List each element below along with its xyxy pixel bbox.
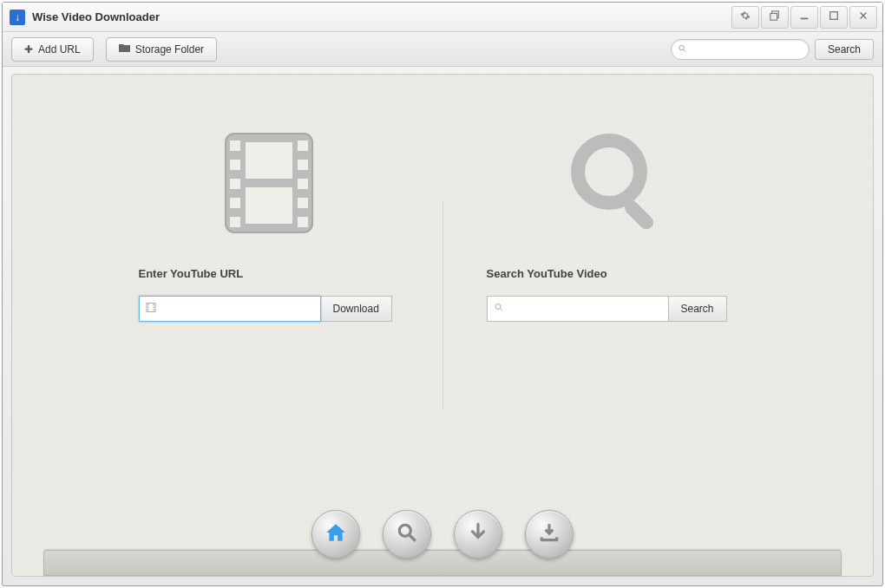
svg-rect-24 bbox=[153, 307, 154, 309]
toolbar: ✚ Add URL Storage Folder Search bbox=[3, 32, 882, 67]
maximize-icon bbox=[829, 10, 839, 23]
svg-rect-7 bbox=[246, 142, 292, 179]
film-icon bbox=[213, 127, 325, 243]
svg-rect-17 bbox=[298, 198, 308, 208]
app-window: Wise Video Downloader bbox=[2, 2, 883, 586]
search-icon bbox=[494, 303, 504, 316]
dock-home-button[interactable] bbox=[311, 510, 360, 559]
svg-rect-18 bbox=[298, 217, 308, 227]
svg-rect-16 bbox=[298, 179, 308, 189]
svg-rect-10 bbox=[230, 160, 240, 170]
svg-rect-8 bbox=[246, 187, 292, 224]
maximize-button[interactable] bbox=[820, 6, 848, 29]
svg-rect-11 bbox=[230, 179, 240, 189]
toolbar-search-input[interactable] bbox=[671, 39, 810, 60]
svg-rect-22 bbox=[148, 310, 149, 311]
download-tray-icon bbox=[538, 521, 560, 547]
film-small-icon bbox=[146, 303, 156, 316]
svg-rect-14 bbox=[298, 140, 308, 151]
gear-icon bbox=[740, 10, 751, 23]
svg-rect-21 bbox=[148, 307, 149, 309]
svg-point-4 bbox=[679, 45, 685, 50]
svg-rect-2 bbox=[801, 18, 809, 20]
svg-rect-15 bbox=[298, 160, 308, 170]
svg-rect-12 bbox=[230, 198, 240, 208]
arrow-down-icon bbox=[467, 521, 489, 547]
close-button[interactable] bbox=[849, 6, 877, 29]
magnifier-icon bbox=[560, 127, 673, 243]
add-url-button[interactable]: ✚ Add URL bbox=[11, 37, 94, 62]
svg-rect-23 bbox=[153, 304, 154, 306]
dock-download-button[interactable] bbox=[454, 510, 502, 559]
toolbar-search-button[interactable]: Search bbox=[815, 39, 874, 60]
video-search-input[interactable] bbox=[487, 296, 669, 322]
close-icon bbox=[858, 10, 869, 23]
search-panel: Search YouTube Video Search bbox=[443, 127, 790, 322]
content-area: Enter YouTube URL Download bbox=[11, 74, 874, 577]
svg-point-26 bbox=[578, 140, 640, 203]
minimize-button[interactable] bbox=[790, 6, 818, 29]
restore-icon bbox=[770, 10, 780, 23]
url-input[interactable] bbox=[139, 296, 321, 322]
svg-rect-25 bbox=[153, 310, 154, 311]
svg-rect-20 bbox=[148, 304, 149, 306]
svg-point-29 bbox=[399, 525, 410, 536]
search-icon bbox=[678, 43, 687, 55]
svg-rect-27 bbox=[621, 198, 656, 232]
url-panel: Enter YouTube URL Download bbox=[95, 127, 442, 322]
dock-save-button[interactable] bbox=[525, 510, 574, 559]
folder-icon bbox=[119, 43, 130, 56]
app-icon bbox=[10, 10, 25, 25]
restore-button[interactable] bbox=[761, 6, 789, 29]
dock bbox=[43, 524, 842, 576]
svg-rect-3 bbox=[830, 12, 838, 20]
settings-button[interactable] bbox=[731, 6, 759, 29]
video-search-button[interactable]: Search bbox=[668, 296, 727, 322]
storage-folder-button[interactable]: Storage Folder bbox=[106, 37, 217, 62]
toolbar-search: Search bbox=[671, 39, 874, 60]
svg-point-28 bbox=[495, 304, 501, 310]
home-icon bbox=[324, 521, 347, 547]
svg-rect-9 bbox=[230, 140, 240, 151]
search-panel-label: Search YouTube Video bbox=[487, 267, 607, 280]
panels: Enter YouTube URL Download bbox=[12, 75, 873, 576]
dock-search-button[interactable] bbox=[383, 510, 431, 559]
titlebar: Wise Video Downloader bbox=[3, 3, 882, 32]
storage-folder-label: Storage Folder bbox=[135, 43, 204, 56]
search-input-row: Search bbox=[487, 296, 727, 322]
svg-rect-1 bbox=[770, 13, 777, 20]
minimize-icon bbox=[799, 10, 810, 23]
add-url-label: Add URL bbox=[38, 43, 81, 56]
search-icon bbox=[396, 521, 418, 547]
app-title: Wise Video Downloader bbox=[32, 10, 160, 23]
url-panel-label: Enter YouTube URL bbox=[139, 267, 244, 280]
svg-rect-13 bbox=[230, 217, 240, 227]
plus-icon: ✚ bbox=[24, 43, 33, 56]
download-button[interactable]: Download bbox=[320, 296, 392, 322]
url-input-row: Download bbox=[139, 296, 392, 322]
